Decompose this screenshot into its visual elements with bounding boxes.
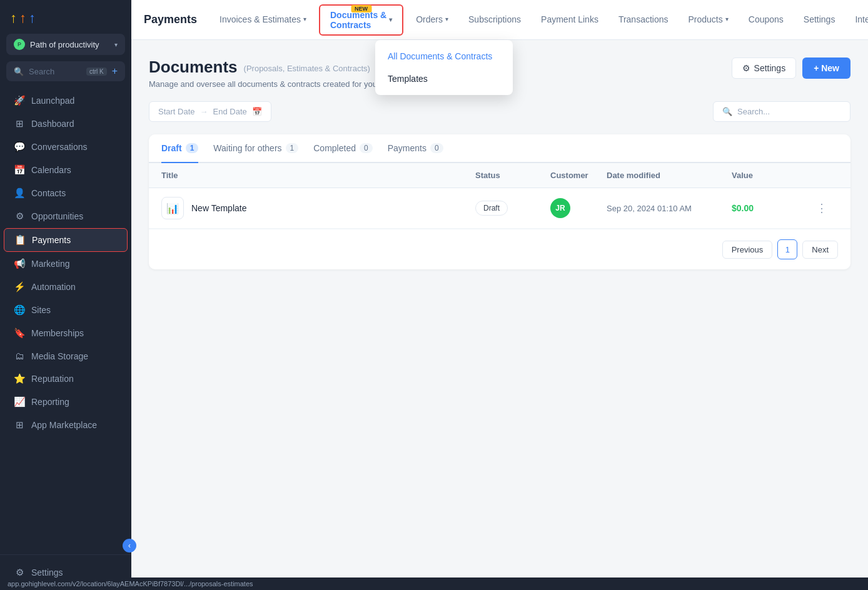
sidebar-item-reporting[interactable]: 📈Reporting — [4, 391, 128, 413]
search-placeholder: Search — [29, 67, 54, 76]
tab-payments-label: Payments — [388, 143, 426, 153]
dropdown-item-templates[interactable]: Templates — [375, 68, 513, 90]
settings-button[interactable]: ⚙ Settings — [732, 58, 797, 79]
launchpad-icon: 🚀 — [14, 95, 25, 106]
tab-settings[interactable]: Settings — [794, 0, 845, 40]
tab-waiting[interactable]: Waiting for others 1 — [213, 134, 298, 163]
col-date: Date modified — [607, 171, 732, 180]
tab-payments[interactable]: Payments 0 — [388, 134, 443, 163]
previous-button[interactable]: Previous — [722, 241, 773, 259]
main-content: Payments Invoices & Estimates ▾ New Docu… — [131, 0, 868, 590]
sidebar-item-memberships[interactable]: 🔖Memberships — [4, 322, 128, 344]
current-page[interactable]: 1 — [777, 239, 797, 259]
sidebar-item-calendars[interactable]: 📅Calendars — [4, 159, 128, 181]
tab-orders[interactable]: Orders ▾ — [406, 0, 458, 40]
media-storage-icon: 🗂 — [14, 351, 25, 361]
filter-row: Start Date → End Date 📅 🔍 Search... — [149, 101, 850, 122]
row-actions-cell: ⋮ — [813, 199, 838, 217]
settings-icon: ⚙ — [14, 567, 25, 578]
documents-dropdown: All Documents & Contracts Templates — [375, 40, 513, 95]
sidebar-item-media-storage[interactable]: 🗂Media Storage — [4, 345, 128, 367]
tab-integrations[interactable]: Integrations — [845, 0, 868, 40]
sidebar-item-automation[interactable]: ⚡Automation — [4, 276, 128, 298]
tab-subscriptions[interactable]: Subscriptions — [458, 0, 531, 40]
sidebar-item-dashboard[interactable]: ⊞Dashboard — [4, 112, 128, 135]
tab-transactions[interactable]: Transactions — [608, 0, 679, 40]
tab-completed[interactable]: Completed 0 — [313, 134, 372, 163]
search-shortcut: ctrl K — [86, 68, 107, 76]
dashboard-icon: ⊞ — [14, 118, 25, 129]
sidebar-item-conversations[interactable]: 💬Conversations — [4, 136, 128, 158]
documents-chevron-icon: ▾ — [389, 16, 392, 23]
invoices-chevron-icon: ▾ — [303, 16, 306, 22]
tab-draft-count: 1 — [186, 143, 199, 153]
dropdown-item-all-docs[interactable]: All Documents & Contracts — [375, 45, 513, 68]
tab-invoices[interactable]: Invoices & Estimates ▾ — [209, 0, 316, 40]
search-input-placeholder: Search... — [737, 107, 770, 116]
sidebar-item-marketing[interactable]: 📢Marketing — [4, 252, 128, 275]
workspace-icon: P — [14, 39, 25, 50]
sidebar-item-reputation[interactable]: ⭐Reputation — [4, 368, 128, 390]
sidebar-item-launchpad[interactable]: 🚀Launchpad — [4, 89, 128, 112]
sidebar-item-contacts[interactable]: 👤Contacts — [4, 182, 128, 204]
calendar-icon: 📅 — [252, 107, 262, 116]
doc-title[interactable]: New Template — [191, 203, 246, 213]
page-title: Documents — [149, 58, 238, 77]
doc-title-cell: 📊 New Template — [161, 197, 475, 219]
contacts-icon: 👤 — [14, 188, 25, 199]
tab-documents[interactable]: New Documents &Contracts ▾ — [319, 4, 403, 36]
memberships-icon: 🔖 — [14, 328, 25, 339]
tab-products[interactable]: Products ▾ — [679, 0, 739, 40]
tab-draft[interactable]: Draft 1 — [161, 134, 198, 163]
end-date-label: End Date — [213, 107, 247, 116]
reporting-icon: 📈 — [14, 396, 25, 408]
new-badge: New — [351, 5, 371, 12]
workspace-chevron-icon: ▾ — [114, 41, 118, 48]
sidebar: ↑ ↑ ↑ P Path of productivity ▾ 🔍 Search … — [0, 0, 131, 590]
calendars-icon: 📅 — [14, 164, 25, 176]
page-parenthetical: (Proposals, Estimates & Contracts) — [244, 64, 370, 73]
table-container: Draft 1 Waiting for others 1 Completed 0… — [149, 134, 850, 269]
sidebar-item-sites[interactable]: 🌐Sites — [4, 299, 128, 321]
col-customer: Customer — [550, 171, 607, 180]
top-nav-title: Payments — [144, 13, 197, 26]
next-button[interactable]: Next — [802, 241, 838, 259]
opportunities-icon: ⚙ — [14, 211, 25, 222]
table-row: 📊 New Template Draft JR Sep 20, 2024 01:… — [149, 188, 850, 229]
status-badge: Draft — [475, 201, 508, 216]
new-button[interactable]: + New — [802, 58, 850, 79]
tab-documents-label: Documents &Contracts — [330, 10, 386, 30]
tab-coupons[interactable]: Coupons — [739, 0, 794, 40]
arrow-yellow-icon: ↑ — [10, 10, 17, 26]
col-actions — [813, 171, 838, 180]
page-content: Documents (Proposals, Estimates & Contra… — [131, 40, 868, 590]
payments-icon: 📋 — [14, 234, 26, 246]
workspace-selector[interactable]: P Path of productivity ▾ — [6, 34, 125, 55]
sidebar-item-payments[interactable]: 📋Payments — [4, 228, 128, 252]
sidebar-item-opportunities[interactable]: ⚙Opportunities — [4, 205, 128, 228]
col-title: Title — [161, 171, 475, 180]
tab-payment-links[interactable]: Payment Links — [531, 0, 608, 40]
search-icon: 🔍 — [14, 67, 24, 76]
status-cell: Draft — [475, 201, 550, 216]
sidebar-logo: ↑ ↑ ↑ — [0, 0, 131, 34]
settings-label: Settings — [31, 568, 63, 578]
app-marketplace-icon: ⊞ — [14, 419, 25, 431]
customer-avatar: JR — [550, 198, 570, 218]
search-add-icon[interactable]: + — [112, 66, 118, 77]
more-options-button[interactable]: ⋮ — [813, 199, 830, 217]
logo-arrows: ↑ ↑ ↑ — [10, 10, 36, 26]
top-nav: Payments Invoices & Estimates ▾ New Docu… — [131, 0, 868, 40]
top-nav-tabs: Invoices & Estimates ▾ New Documents &Co… — [209, 0, 868, 40]
nav-items: 🚀Launchpad ⊞Dashboard 💬Conversations 📅Ca… — [0, 89, 131, 554]
settings-gear-icon: ⚙ — [742, 63, 750, 73]
search-icon: 🔍 — [722, 107, 732, 116]
sidebar-expand-button[interactable]: ‹ — [123, 539, 136, 552]
sidebar-item-app-marketplace[interactable]: ⊞App Marketplace — [4, 414, 128, 436]
col-value: Value — [732, 171, 813, 180]
search-input-wrap[interactable]: 🔍 Search... — [713, 101, 850, 122]
date-range-picker[interactable]: Start Date → End Date 📅 — [149, 101, 271, 122]
orders-chevron-icon: ▾ — [445, 16, 448, 22]
value-cell: $0.00 — [732, 203, 813, 213]
sidebar-search[interactable]: 🔍 Search ctrl K + — [6, 61, 125, 81]
